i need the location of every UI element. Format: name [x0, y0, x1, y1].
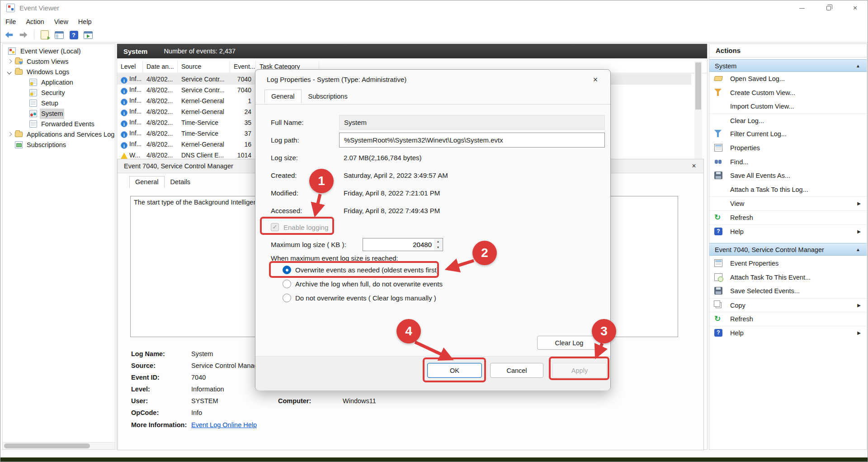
- tab-subscriptions[interactable]: Subscriptions: [302, 90, 354, 103]
- properties-icon: [714, 144, 722, 152]
- information-icon: [121, 131, 127, 138]
- security-log-icon: [29, 89, 37, 96]
- action-refresh[interactable]: Refresh: [709, 210, 867, 224]
- tree-item-system[interactable]: System: [3, 109, 115, 119]
- scrollbar-thumb[interactable]: [4, 443, 90, 448]
- tab-general[interactable]: General: [264, 90, 302, 103]
- back-button[interactable]: [3, 29, 15, 41]
- field-label: OpCode:: [131, 409, 159, 416]
- properties-icon: [714, 259, 722, 267]
- spin-down-icon[interactable]: ▼: [434, 245, 442, 251]
- open-saved-log-toolbar-button[interactable]: [39, 29, 51, 41]
- action-open-saved-log[interactable]: Open Saved Log...: [709, 72, 867, 86]
- chevron-down-icon[interactable]: [7, 70, 12, 75]
- menu-view[interactable]: View: [49, 18, 73, 25]
- column-level[interactable]: Level: [117, 60, 143, 73]
- action-view[interactable]: View: [709, 196, 867, 210]
- minimize-button[interactable]: [788, 0, 815, 16]
- max-log-size-input[interactable]: [363, 238, 443, 251]
- action-attach-task-to-log[interactable]: Attach a Task To this Log...: [709, 183, 867, 197]
- tree-item-applications-services[interactable]: Applications and Services Log: [3, 129, 115, 140]
- radio-archive-log[interactable]: [283, 280, 291, 288]
- menu-help[interactable]: Help: [73, 18, 97, 25]
- menu-file[interactable]: File: [0, 18, 21, 25]
- spin-up-icon[interactable]: ▲: [434, 239, 442, 245]
- restore-button[interactable]: [815, 0, 842, 16]
- action-save-all-events-as[interactable]: Save All Events As...: [709, 169, 867, 183]
- spinner-buttons[interactable]: ▲▼: [434, 239, 442, 250]
- created-value: Saturday, April 2, 2022 3:49:57 AM: [344, 171, 448, 179]
- annotation-box-overwrite-radio: [269, 261, 439, 278]
- system-actions-list: Open Saved Log... Create Custom View... …: [709, 72, 867, 238]
- actions-section-event[interactable]: Event 7040, Service Control Manager: [709, 243, 867, 256]
- subscriptions-icon: [15, 141, 23, 148]
- tab-general[interactable]: General: [129, 176, 165, 188]
- action-find[interactable]: Find...: [709, 155, 867, 169]
- task-icon: [714, 273, 722, 281]
- show-console-tree-button[interactable]: [53, 29, 65, 41]
- action-event-properties[interactable]: Event Properties: [709, 257, 867, 271]
- tree-item-windows-logs[interactable]: Windows Logs: [3, 67, 115, 77]
- action-attach-task-to-event[interactable]: Attach Task To This Event...: [709, 271, 867, 285]
- action-help[interactable]: Help: [709, 224, 867, 238]
- column-source[interactable]: Source: [178, 60, 230, 73]
- tree-item-custom-views[interactable]: Custom Views: [3, 57, 115, 67]
- action-filter-current-log[interactable]: Filter Current Log...: [709, 127, 867, 141]
- close-icon[interactable]: ×: [590, 74, 601, 86]
- action-import-custom-view[interactable]: Import Custom View...: [709, 100, 867, 114]
- field-value: Info: [191, 409, 202, 416]
- field-label: Event ID:: [131, 374, 160, 381]
- action-save-selected-events[interactable]: Save Selected Events...: [709, 284, 867, 298]
- action-clear-log[interactable]: Clear Log...: [709, 114, 867, 128]
- accessed-label: Accessed:: [271, 207, 302, 214]
- scrollbar-thumb[interactable]: [695, 62, 701, 110]
- annotation-box-apply: [549, 357, 609, 380]
- tab-divider: [255, 104, 610, 105]
- close-button[interactable]: ×: [842, 0, 868, 16]
- actions-section-system[interactable]: System: [709, 59, 867, 72]
- information-icon: [121, 88, 127, 95]
- tree-item-setup[interactable]: Setup: [3, 98, 115, 109]
- clear-log-button[interactable]: Clear Log: [537, 336, 601, 350]
- list-vertical-scrollbar[interactable]: [694, 61, 702, 159]
- field-value: SYSTEM: [191, 397, 218, 405]
- annotation-step-1: 1: [309, 169, 334, 193]
- tree-item-event-viewer-local[interactable]: Event Viewer (Local): [3, 46, 115, 57]
- column-date[interactable]: Date an...: [143, 60, 178, 73]
- chevron-right-icon[interactable]: [8, 59, 12, 64]
- filter-icon: [714, 130, 722, 134]
- tree-item-application[interactable]: Application: [3, 77, 115, 88]
- apps-services-folder-icon: [15, 132, 23, 137]
- tree-horizontal-scrollbar[interactable]: [3, 442, 115, 449]
- tree-item-forwarded-events[interactable]: Forwarded Events: [3, 119, 115, 129]
- tree-item-security[interactable]: Security: [3, 88, 115, 98]
- copy-icon: [716, 302, 722, 308]
- action-create-custom-view[interactable]: Create Custom View...: [709, 86, 867, 100]
- cancel-button[interactable]: Cancel: [490, 363, 543, 378]
- back-icon: [5, 30, 14, 39]
- menu-bar: File Action View Help: [0, 16, 868, 28]
- refresh-icon: [714, 315, 722, 323]
- help-toolbar-button[interactable]: [68, 29, 80, 41]
- radio-do-not-overwrite[interactable]: [283, 294, 291, 302]
- field-value: System: [191, 350, 213, 357]
- log-size-value: 2.07 MB(2,166,784 bytes): [344, 154, 422, 162]
- tree-item-subscriptions[interactable]: Subscriptions: [3, 140, 115, 150]
- action-properties[interactable]: Properties: [709, 141, 867, 155]
- help-icon: [714, 329, 722, 337]
- action-help-event[interactable]: Help: [709, 326, 867, 340]
- log-path-input[interactable]: %SystemRoot%\System32\Winevt\Logs\System…: [339, 133, 605, 148]
- forward-button[interactable]: [18, 29, 29, 41]
- action-refresh-event[interactable]: Refresh: [709, 312, 867, 326]
- binoculars-icon: [714, 158, 722, 166]
- event-log-online-help-link[interactable]: Event Log Online Help: [191, 421, 257, 429]
- chevron-right-icon[interactable]: [8, 132, 12, 137]
- dialog-title: Log Properties - System (Type: Administr…: [267, 76, 406, 83]
- field-value: Information: [191, 386, 224, 393]
- action-copy[interactable]: Copy: [709, 298, 867, 312]
- column-event-id[interactable]: Event...: [230, 60, 256, 73]
- log-size-label: Log size:: [271, 154, 298, 162]
- show-action-pane-button[interactable]: [82, 29, 94, 41]
- event-viewer-window: Event Viewer × File Action View Help Eve…: [0, 0, 868, 462]
- menu-action[interactable]: Action: [21, 18, 49, 25]
